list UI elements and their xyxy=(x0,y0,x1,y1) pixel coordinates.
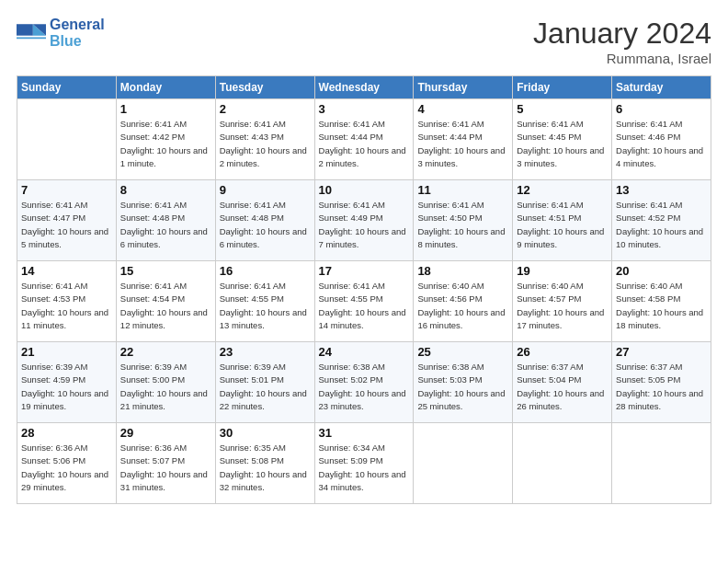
calendar-cell: 30Sunrise: 6:35 AMSunset: 5:08 PMDayligh… xyxy=(215,423,314,504)
title-block: January 2024 Rummana, Israel xyxy=(533,17,711,66)
day-number: 22 xyxy=(120,345,211,359)
weekday-header-tuesday: Tuesday xyxy=(215,76,314,99)
calendar-cell xyxy=(612,423,711,504)
calendar-cell: 16Sunrise: 6:41 AMSunset: 4:55 PMDayligh… xyxy=(215,261,314,342)
svg-rect-3 xyxy=(17,24,33,35)
day-number: 29 xyxy=(120,426,211,440)
calendar-table: SundayMondayTuesdayWednesdayThursdayFrid… xyxy=(17,75,711,504)
calendar-cell: 5Sunrise: 6:41 AMSunset: 4:45 PMDaylight… xyxy=(513,99,612,180)
calendar-cell: 2Sunrise: 6:41 AMSunset: 4:43 PMDaylight… xyxy=(215,99,314,180)
day-number: 12 xyxy=(517,183,608,197)
calendar-cell: 27Sunrise: 6:37 AMSunset: 5:05 PMDayligh… xyxy=(612,342,711,423)
day-number: 8 xyxy=(120,183,211,197)
weekday-header-thursday: Thursday xyxy=(414,76,513,99)
day-info: Sunrise: 6:40 AMSunset: 4:56 PMDaylight:… xyxy=(417,280,508,332)
day-number: 30 xyxy=(220,426,311,440)
calendar-cell: 18Sunrise: 6:40 AMSunset: 4:56 PMDayligh… xyxy=(414,261,513,342)
week-row-3: 14Sunrise: 6:41 AMSunset: 4:53 PMDayligh… xyxy=(17,261,711,342)
calendar-cell: 3Sunrise: 6:41 AMSunset: 4:44 PMDaylight… xyxy=(314,99,414,180)
day-info: Sunrise: 6:41 AMSunset: 4:44 PMDaylight:… xyxy=(417,118,508,170)
calendar-cell: 25Sunrise: 6:38 AMSunset: 5:03 PMDayligh… xyxy=(414,342,513,423)
calendar-cell: 21Sunrise: 6:39 AMSunset: 4:59 PMDayligh… xyxy=(17,342,117,423)
day-number: 23 xyxy=(220,345,311,359)
logo-text: General Blue xyxy=(50,17,105,49)
day-info: Sunrise: 6:41 AMSunset: 4:55 PMDaylight:… xyxy=(319,280,410,332)
day-number: 28 xyxy=(21,426,112,440)
svg-rect-4 xyxy=(17,37,46,39)
day-number: 11 xyxy=(417,183,508,197)
calendar-cell: 20Sunrise: 6:40 AMSunset: 4:58 PMDayligh… xyxy=(612,261,711,342)
calendar-cell: 31Sunrise: 6:34 AMSunset: 5:09 PMDayligh… xyxy=(314,423,414,504)
day-info: Sunrise: 6:36 AMSunset: 5:06 PMDaylight:… xyxy=(21,442,112,494)
day-info: Sunrise: 6:38 AMSunset: 5:03 PMDaylight:… xyxy=(417,361,508,413)
calendar-cell: 11Sunrise: 6:41 AMSunset: 4:50 PMDayligh… xyxy=(414,180,513,261)
week-row-4: 21Sunrise: 6:39 AMSunset: 4:59 PMDayligh… xyxy=(17,342,711,423)
calendar-cell: 1Sunrise: 6:41 AMSunset: 4:42 PMDaylight… xyxy=(116,99,215,180)
day-number: 20 xyxy=(616,264,707,278)
calendar-cell: 26Sunrise: 6:37 AMSunset: 5:04 PMDayligh… xyxy=(513,342,612,423)
day-number: 7 xyxy=(21,183,112,197)
day-number: 24 xyxy=(319,345,410,359)
logo: General Blue xyxy=(17,17,105,49)
week-row-5: 28Sunrise: 6:36 AMSunset: 5:06 PMDayligh… xyxy=(17,423,711,504)
calendar-cell: 28Sunrise: 6:36 AMSunset: 5:06 PMDayligh… xyxy=(17,423,117,504)
calendar-cell xyxy=(414,423,513,504)
calendar-cell: 6Sunrise: 6:41 AMSunset: 4:46 PMDaylight… xyxy=(612,99,711,180)
day-number: 1 xyxy=(120,102,211,116)
day-number: 26 xyxy=(517,345,608,359)
calendar-cell xyxy=(513,423,612,504)
header: General Blue January 2024 Rummana, Israe… xyxy=(17,17,711,66)
day-info: Sunrise: 6:40 AMSunset: 4:57 PMDaylight:… xyxy=(517,280,608,332)
day-info: Sunrise: 6:34 AMSunset: 5:09 PMDaylight:… xyxy=(319,442,410,494)
calendar-cell xyxy=(17,99,117,180)
day-number: 25 xyxy=(417,345,508,359)
day-info: Sunrise: 6:41 AMSunset: 4:44 PMDaylight:… xyxy=(319,118,410,170)
day-number: 6 xyxy=(616,102,707,116)
day-number: 19 xyxy=(517,264,608,278)
day-info: Sunrise: 6:41 AMSunset: 4:49 PMDaylight:… xyxy=(319,199,410,251)
calendar-cell: 17Sunrise: 6:41 AMSunset: 4:55 PMDayligh… xyxy=(314,261,414,342)
day-info: Sunrise: 6:41 AMSunset: 4:53 PMDaylight:… xyxy=(21,280,112,332)
day-info: Sunrise: 6:41 AMSunset: 4:42 PMDaylight:… xyxy=(120,118,211,170)
weekday-header-row: SundayMondayTuesdayWednesdayThursdayFrid… xyxy=(17,76,711,99)
calendar-cell: 9Sunrise: 6:41 AMSunset: 4:48 PMDaylight… xyxy=(215,180,314,261)
calendar-cell: 12Sunrise: 6:41 AMSunset: 4:51 PMDayligh… xyxy=(513,180,612,261)
weekday-header-wednesday: Wednesday xyxy=(314,76,414,99)
calendar-cell: 22Sunrise: 6:39 AMSunset: 5:00 PMDayligh… xyxy=(116,342,215,423)
week-row-2: 7Sunrise: 6:41 AMSunset: 4:47 PMDaylight… xyxy=(17,180,711,261)
weekday-header-monday: Monday xyxy=(116,76,215,99)
day-number: 18 xyxy=(417,264,508,278)
day-info: Sunrise: 6:36 AMSunset: 5:07 PMDaylight:… xyxy=(120,442,211,494)
day-info: Sunrise: 6:41 AMSunset: 4:48 PMDaylight:… xyxy=(220,199,311,251)
day-info: Sunrise: 6:41 AMSunset: 4:54 PMDaylight:… xyxy=(120,280,211,332)
day-info: Sunrise: 6:39 AMSunset: 5:01 PMDaylight:… xyxy=(220,361,311,413)
day-info: Sunrise: 6:37 AMSunset: 5:04 PMDaylight:… xyxy=(517,361,608,413)
calendar-cell: 19Sunrise: 6:40 AMSunset: 4:57 PMDayligh… xyxy=(513,261,612,342)
week-row-1: 1Sunrise: 6:41 AMSunset: 4:42 PMDaylight… xyxy=(17,99,711,180)
day-number: 21 xyxy=(21,345,112,359)
logo-icon xyxy=(17,20,46,46)
day-info: Sunrise: 6:41 AMSunset: 4:50 PMDaylight:… xyxy=(417,199,508,251)
day-info: Sunrise: 6:41 AMSunset: 4:51 PMDaylight:… xyxy=(517,199,608,251)
day-info: Sunrise: 6:39 AMSunset: 5:00 PMDaylight:… xyxy=(120,361,211,413)
day-number: 3 xyxy=(319,102,410,116)
day-number: 16 xyxy=(220,264,311,278)
calendar-cell: 24Sunrise: 6:38 AMSunset: 5:02 PMDayligh… xyxy=(314,342,414,423)
calendar-cell: 4Sunrise: 6:41 AMSunset: 4:44 PMDaylight… xyxy=(414,99,513,180)
day-number: 31 xyxy=(319,426,410,440)
day-info: Sunrise: 6:35 AMSunset: 5:08 PMDaylight:… xyxy=(220,442,311,494)
weekday-header-saturday: Saturday xyxy=(612,76,711,99)
day-info: Sunrise: 6:39 AMSunset: 4:59 PMDaylight:… xyxy=(21,361,112,413)
calendar-cell: 29Sunrise: 6:36 AMSunset: 5:07 PMDayligh… xyxy=(116,423,215,504)
calendar-cell: 15Sunrise: 6:41 AMSunset: 4:54 PMDayligh… xyxy=(116,261,215,342)
day-number: 17 xyxy=(319,264,410,278)
day-number: 4 xyxy=(417,102,508,116)
day-info: Sunrise: 6:41 AMSunset: 4:46 PMDaylight:… xyxy=(616,118,707,170)
day-number: 10 xyxy=(319,183,410,197)
day-info: Sunrise: 6:41 AMSunset: 4:47 PMDaylight:… xyxy=(21,199,112,251)
calendar-cell: 8Sunrise: 6:41 AMSunset: 4:48 PMDaylight… xyxy=(116,180,215,261)
day-info: Sunrise: 6:41 AMSunset: 4:55 PMDaylight:… xyxy=(220,280,311,332)
weekday-header-sunday: Sunday xyxy=(17,76,117,99)
day-number: 15 xyxy=(120,264,211,278)
day-info: Sunrise: 6:41 AMSunset: 4:48 PMDaylight:… xyxy=(120,199,211,251)
